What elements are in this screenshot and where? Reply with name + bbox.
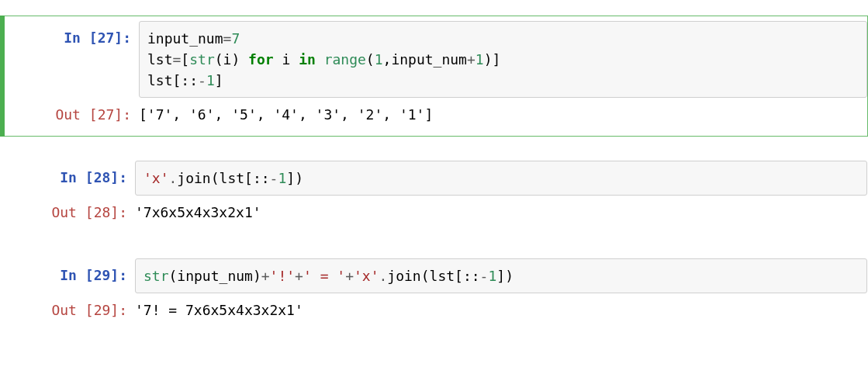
input-row: In [27]:input_num=7 lst=[str(i) for i in… <box>11 21 867 98</box>
code-cell[interactable]: In [27]:input_num=7 lst=[str(i) for i in… <box>0 16 868 137</box>
cell-inner: In [28]:'x'.join(lst[::-1])Out [28]:'7x6… <box>7 161 867 229</box>
code[interactable]: input_num=7 lst=[str(i) for i in range(1… <box>147 28 859 91</box>
output-prompt: Out [29]: <box>7 293 135 327</box>
input-prompt: In [27]: <box>11 21 139 54</box>
jupyter-notebook: In [27]:input_num=7 lst=[str(i) for i in… <box>0 0 868 366</box>
output-text: '7! = 7x6x5x4x3x2x1' <box>135 300 859 320</box>
code-cell[interactable]: In [29]:str(input_num)+'!'+' = '+'x'.joi… <box>0 253 868 332</box>
output-prompt: Out [27]: <box>11 98 139 131</box>
output-area: '7! = 7x6x5x4x3x2x1' <box>135 293 867 327</box>
output-text: ['7', '6', '5', '4', '3', '2', '1'] <box>139 104 859 125</box>
input-area[interactable]: 'x'.join(lst[::-1]) <box>135 161 867 196</box>
output-row: Out [29]:'7! = 7x6x5x4x3x2x1' <box>7 293 867 327</box>
input-area[interactable]: str(input_num)+'!'+' = '+'x'.join(lst[::… <box>135 258 867 293</box>
output-prompt: Out [28]: <box>7 196 135 229</box>
cell-inner: In [29]:str(input_num)+'!'+' = '+'x'.joi… <box>7 258 867 327</box>
output-row: Out [27]:['7', '6', '5', '4', '3', '2', … <box>11 98 867 131</box>
code[interactable]: str(input_num)+'!'+' = '+'x'.join(lst[::… <box>144 265 859 286</box>
output-row: Out [28]:'7x6x5x4x3x2x1' <box>7 196 867 229</box>
output-text: '7x6x5x4x3x2x1' <box>135 202 859 223</box>
cell-inner: In [27]:input_num=7 lst=[str(i) for i in… <box>11 21 867 131</box>
input-row: In [28]:'x'.join(lst[::-1]) <box>7 161 867 196</box>
code-cell[interactable]: In [28]:'x'.join(lst[::-1])Out [28]:'7x6… <box>0 155 868 234</box>
input-area[interactable]: input_num=7 lst=[str(i) for i in range(1… <box>139 21 867 98</box>
code[interactable]: 'x'.join(lst[::-1]) <box>144 168 859 189</box>
output-area: ['7', '6', '5', '4', '3', '2', '1'] <box>139 98 867 131</box>
output-area: '7x6x5x4x3x2x1' <box>135 196 867 229</box>
input-prompt: In [28]: <box>7 161 135 194</box>
input-row: In [29]:str(input_num)+'!'+' = '+'x'.joi… <box>7 258 867 293</box>
input-prompt: In [29]: <box>7 258 135 292</box>
